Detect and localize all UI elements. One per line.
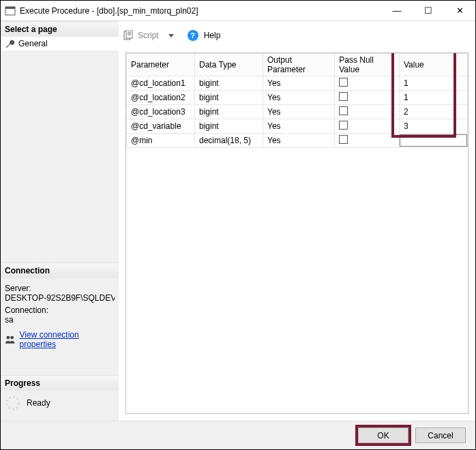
cell-passnull: [335, 76, 400, 91]
progress-header: Progress: [1, 375, 119, 391]
passnull-checkbox[interactable]: [339, 92, 348, 101]
select-page-header: Select a page: [1, 21, 119, 37]
cell-output: Yes: [263, 134, 335, 148]
cell-value[interactable]: 1: [399, 76, 467, 91]
titlebar: Execute Procedure - [dbo].[sp_min_mtorq_…: [1, 1, 475, 21]
table-row: @mindecimal(18, 5)Yes: [127, 134, 468, 148]
cell-datatype: bigint: [195, 76, 263, 91]
connection-panel: Server: DESKTOP-92S2B9F\SQLDEVELO Connec…: [1, 278, 119, 329]
col-value[interactable]: Value: [399, 54, 467, 76]
cell-value[interactable]: 2: [399, 105, 467, 119]
window-icon: [5, 5, 16, 16]
script-icon: [123, 30, 134, 41]
connection-value: sa: [5, 315, 115, 325]
table-row: @cd_variablebigintYes3: [127, 119, 468, 134]
script-dropdown-icon[interactable]: [168, 34, 174, 38]
view-connection-link[interactable]: View connection properties: [20, 330, 115, 349]
cell-output: Yes: [263, 105, 335, 119]
progress-status: Ready: [27, 398, 50, 408]
col-passnull[interactable]: Pass Null Value: [335, 54, 400, 76]
svg-point-2: [6, 336, 10, 340]
close-button[interactable]: ✕: [444, 1, 475, 21]
cell-passnull: [335, 105, 400, 119]
spinner-icon: [5, 395, 21, 411]
svg-point-4: [7, 397, 19, 409]
table-row: @cd_location3bigintYes2: [127, 105, 468, 119]
passnull-checkbox[interactable]: [339, 106, 348, 115]
progress-panel: Ready: [1, 391, 119, 421]
minimize-button[interactable]: —: [381, 1, 413, 21]
sidebar: Select a page General Connection Server:…: [1, 21, 119, 421]
help-icon: ?: [188, 30, 198, 41]
table-row: @cd_location2bigintYes1: [127, 91, 468, 105]
script-button[interactable]: Script: [138, 31, 159, 40]
cell-output: Yes: [263, 91, 335, 105]
footer: OK Cancel: [1, 421, 475, 449]
cell-value[interactable]: 1: [399, 91, 467, 105]
table-row: @cd_location1bigintYes1: [127, 76, 468, 91]
help-button[interactable]: Help: [204, 31, 221, 40]
body: Select a page General Connection Server:…: [1, 21, 475, 421]
cancel-button[interactable]: Cancel: [415, 427, 466, 443]
cell-value[interactable]: 3: [399, 119, 467, 134]
main-pane: Script ? Help Parameter Data Type Output…: [119, 21, 475, 421]
people-icon: [5, 335, 16, 344]
svg-rect-1: [5, 7, 15, 9]
sidebar-item-general[interactable]: General: [1, 37, 119, 50]
parameter-grid: Parameter Data Type Output Parameter Pas…: [126, 53, 468, 148]
maximize-button[interactable]: ☐: [413, 1, 444, 21]
connection-label: Connection:: [5, 305, 115, 315]
toolbar: Script ? Help: [119, 25, 475, 46]
ok-button-highlight: OK: [358, 427, 408, 443]
passnull-checkbox[interactable]: [339, 78, 348, 87]
server-label: Server:: [5, 284, 115, 293]
view-connection-row: View connection properties: [1, 329, 119, 356]
passnull-checkbox[interactable]: [339, 121, 348, 130]
cell-parameter: @cd_variable: [127, 119, 195, 134]
connection-header: Connection: [1, 262, 119, 278]
cell-output: Yes: [263, 119, 335, 134]
passnull-checkbox[interactable]: [339, 135, 348, 144]
svg-point-3: [10, 336, 14, 340]
cell-datatype: decimal(18, 5): [195, 134, 263, 148]
ok-button[interactable]: OK: [358, 427, 408, 443]
window-title: Execute Procedure - [dbo].[sp_min_mtorq_…: [20, 6, 381, 16]
wrench-icon: [5, 39, 14, 48]
cell-passnull: [335, 91, 400, 105]
cell-output: Yes: [263, 76, 335, 91]
cell-datatype: bigint: [195, 119, 263, 134]
col-parameter[interactable]: Parameter: [127, 54, 195, 76]
cell-parameter: @cd_location3: [127, 105, 195, 119]
cell-datatype: bigint: [195, 105, 263, 119]
cell-value[interactable]: [399, 134, 467, 148]
sidebar-item-label: General: [18, 39, 48, 48]
cell-parameter: @cd_location2: [127, 91, 195, 105]
col-datatype[interactable]: Data Type: [195, 54, 263, 76]
cell-parameter: @cd_location1: [127, 76, 195, 91]
parameter-grid-wrap: Parameter Data Type Output Parameter Pas…: [125, 52, 468, 414]
cell-passnull: [335, 134, 400, 148]
cell-datatype: bigint: [195, 91, 263, 105]
value-input[interactable]: [400, 134, 467, 147]
cell-parameter: @min: [127, 134, 195, 148]
svg-rect-6: [126, 30, 132, 38]
server-value: DESKTOP-92S2B9F\SQLDEVELO: [5, 293, 115, 303]
col-output[interactable]: Output Parameter: [263, 54, 335, 76]
cell-passnull: [335, 119, 400, 134]
